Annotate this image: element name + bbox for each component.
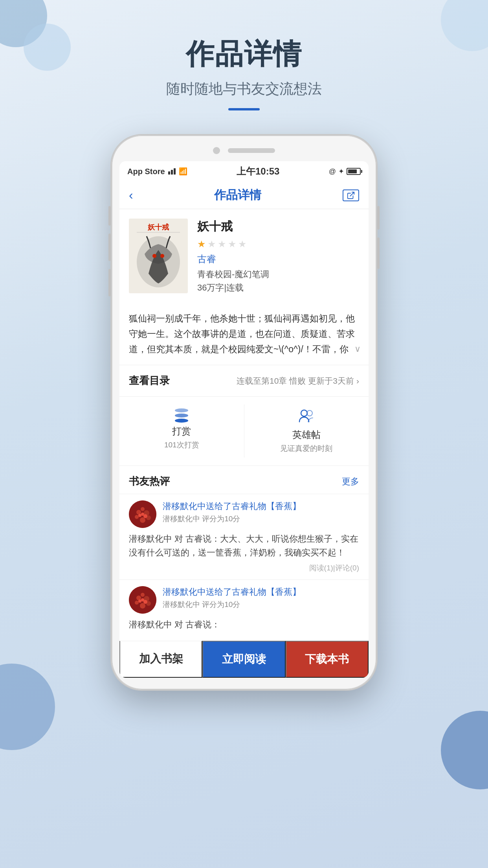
bg-circle-5 [441, 711, 488, 789]
page-title: 作品详情 [0, 35, 488, 73]
status-left: App Store 📶 [127, 167, 187, 176]
star-rating: ★ ★ ★ ★ ★ [197, 239, 359, 250]
svg-point-13 [135, 515, 139, 519]
svg-point-23 [135, 601, 139, 605]
svg-line-0 [350, 192, 354, 196]
reviews-title: 书友热评 [129, 474, 170, 488]
signal-bars [168, 168, 176, 175]
review-avatar-1 [129, 500, 156, 528]
star-2: ★ [207, 239, 216, 250]
hero-post-label: 英雄帖 [292, 428, 321, 441]
review-item-1: 潜移默化中送给了古睿礼物【香蕉】 潜移默化中 评分为10分 潜移默化中 对 古睿… [119, 494, 369, 579]
phone-wrapper: App Store 📶 上午10:53 @ ✦ [0, 134, 488, 691]
svg-point-25 [140, 603, 145, 609]
book-cover: 妖十戒 [129, 219, 188, 293]
phone-speaker [228, 148, 275, 153]
read-now-button[interactable]: 立即阅读 [202, 641, 285, 678]
svg-point-7 [301, 410, 307, 416]
reviews-section: 书友热评 更多 [119, 466, 369, 641]
status-bar: App Store 📶 上午10:53 @ ✦ [119, 161, 369, 182]
volume-down-left-button [108, 269, 111, 296]
page-header: 作品详情 随时随地与书友交流想法 [0, 0, 488, 122]
review-body-2: 潜移默化中 对 古睿说： [129, 618, 359, 631]
phone-top-bar [119, 147, 369, 154]
book-author[interactable]: 古睿 [197, 253, 359, 265]
hero-post-subtitle: 见证真爱的时刻 [280, 443, 332, 454]
svg-point-4 [160, 254, 164, 258]
phone-screen: App Store 📶 上午10:53 @ ✦ [119, 161, 369, 678]
page-subtitle: 随时随地与书友交流想法 [0, 79, 488, 99]
volume-up-button [108, 234, 111, 261]
review-header-row-2: 潜移默化中送给了古睿礼物【香蕉】 潜移默化中 评分为10分 [129, 586, 359, 614]
phone-mockup: App Store 📶 上午10:53 @ ✦ [110, 134, 378, 691]
status-right: @ ✦ [329, 167, 361, 176]
avatar-img-1 [129, 500, 156, 528]
back-button[interactable]: ‹ [129, 188, 133, 202]
review-body-1: 潜移默化中 对 古睿说：大大、大大，听说你想生猴子，实在没有什么可送的，送一筐香… [129, 532, 359, 559]
nav-title: 作品详情 [214, 187, 261, 203]
share-button[interactable] [343, 189, 359, 201]
svg-point-15 [140, 517, 145, 523]
star-4: ★ [228, 239, 237, 250]
review-title-1[interactable]: 潜移默化中送给了古睿礼物【香蕉】 [163, 500, 359, 512]
toc-chevron: › [356, 376, 359, 386]
users-icon [299, 408, 314, 426]
coin-disk-3 [175, 419, 188, 423]
book-cover-art: 妖十戒 [129, 219, 188, 293]
wifi-icon: 📶 [179, 167, 187, 176]
nav-bar: ‹ 作品详情 [119, 182, 369, 209]
review-header-row-1: 潜移默化中送给了古睿礼物【香蕉】 潜移默化中 评分为10分 [129, 500, 359, 528]
review-username-1: 潜移默化中 评分为10分 [163, 514, 359, 524]
bottom-bar: 加入书架 立即阅读 下载本书 [119, 641, 369, 678]
reviews-more-link[interactable]: 更多 [342, 476, 359, 487]
tip-action[interactable]: 打赏 101次打赏 [119, 405, 244, 458]
book-details: 妖十戒 ★ ★ ★ ★ ★ 古睿 青春校园-魔幻笔调 36万字|连载 [197, 219, 359, 294]
toc-info: 连载至第10章 惜败 更新于3天前 › [237, 375, 359, 386]
star-1: ★ [197, 239, 206, 250]
signal-bar-1 [168, 171, 170, 175]
review-stats-1: 阅读(1)|评论(0) [129, 563, 359, 573]
book-description: 狐仙祠一别成千年，他杀她十世；狐仙祠再遇如初见，他守她一生。这个故事讲的是道，也… [119, 303, 369, 365]
coins-icon [175, 408, 188, 423]
tip-count: 101次打赏 [164, 440, 199, 450]
book-name: 妖十戒 [197, 219, 359, 235]
svg-point-18 [141, 513, 144, 516]
toc-update: 更新于3天前 [308, 375, 354, 386]
toc-row[interactable]: 查看目录 连载至第10章 惜败 更新于3天前 › [119, 365, 369, 397]
lock-icon: @ [329, 167, 336, 176]
phone-camera [213, 147, 220, 154]
expand-desc-chevron[interactable]: ∨ [354, 342, 361, 356]
book-info: 妖十戒 妖十戒 ★ ★ ★ ★ ★ 古睿 [119, 209, 369, 303]
title-divider [228, 108, 260, 110]
bluetooth-icon: ✦ [338, 167, 344, 176]
svg-point-26 [138, 600, 141, 603]
add-to-shelf-button[interactable]: 加入书架 [119, 641, 202, 678]
carrier-label: App Store [127, 167, 165, 176]
hero-post-action[interactable]: 英雄帖 见证真爱的时刻 [244, 405, 369, 458]
toc-chapter: 连载至第10章 惜败 [237, 375, 306, 386]
star-5: ★ [238, 239, 247, 250]
action-row: 打赏 101次打赏 英雄帖 见证真爱的时刻 [119, 397, 369, 466]
review-meta-2: 潜移默化中送给了古睿礼物【香蕉】 潜移默化中 评分为10分 [163, 586, 359, 610]
svg-point-16 [138, 514, 141, 517]
svg-point-22 [141, 593, 145, 597]
download-button[interactable]: 下载本书 [286, 641, 369, 678]
coin-disk-1 [175, 408, 188, 412]
svg-text:妖十戒: 妖十戒 [147, 223, 169, 231]
book-word-count: 36万字|连载 [197, 282, 359, 294]
svg-point-28 [141, 598, 144, 601]
volume-down-button [377, 237, 380, 269]
battery-fill [348, 169, 357, 173]
reviews-header: 书友热评 更多 [119, 466, 369, 494]
review-avatar-2 [129, 586, 156, 614]
avatar-img-2 [129, 586, 156, 614]
review-title-2[interactable]: 潜移默化中送给了古睿礼物【香蕉】 [163, 586, 359, 598]
review-meta-1: 潜移默化中送给了古睿礼物【香蕉】 潜移默化中 评分为10分 [163, 500, 359, 524]
battery-icon [347, 168, 361, 175]
signal-bar-3 [174, 168, 176, 175]
status-time: 上午10:53 [237, 165, 279, 178]
coin-disk-2 [175, 414, 188, 417]
svg-point-3 [152, 254, 156, 258]
review-username-2: 潜移默化中 评分为10分 [163, 600, 359, 610]
book-genre: 青春校园-魔幻笔调 [197, 268, 359, 280]
